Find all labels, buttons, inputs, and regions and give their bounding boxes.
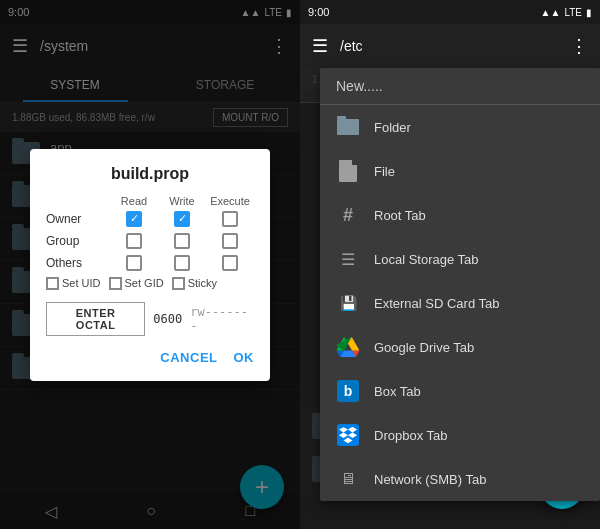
- set-sticky-check[interactable]: Sticky: [172, 277, 217, 290]
- menu-item-folder-label: Folder: [374, 120, 411, 135]
- menu-item-local-storage-tab[interactable]: ☰ Local Storage Tab: [320, 237, 600, 281]
- set-uid-check[interactable]: Set UID: [46, 277, 101, 290]
- permissions-dialog: build.prop Read Write Execute Owner ✓ ✓: [30, 149, 270, 381]
- menu-item-local-storage-label: Local Storage Tab: [374, 252, 479, 267]
- owner-write-checkbox[interactable]: ✓: [158, 211, 206, 227]
- menu-item-box-label: Box Tab: [374, 384, 421, 399]
- dialog-title: build.prop: [46, 165, 254, 183]
- octal-desc: rw-------: [190, 305, 254, 333]
- group-write-check[interactable]: [174, 233, 190, 249]
- octal-row: ENTER OCTAL 0600 rw-------: [46, 302, 254, 336]
- right-status-bar: 9:00 ▲▲ LTE ▮: [300, 0, 600, 24]
- menu-header: New.....: [320, 68, 600, 105]
- group-execute-check[interactable]: [222, 233, 238, 249]
- menu-item-file[interactable]: File: [320, 149, 600, 193]
- hash-menu-icon: #: [336, 203, 360, 227]
- menu-item-dropbox-tab[interactable]: Dropbox Tab: [320, 413, 600, 457]
- menu-item-google-drive-tab[interactable]: Google Drive Tab: [320, 325, 600, 369]
- others-read-checkbox[interactable]: [110, 255, 158, 271]
- right-status-icons: ▲▲ LTE ▮: [541, 7, 592, 18]
- octal-value: 0600: [153, 312, 182, 326]
- group-read-checkbox[interactable]: [110, 233, 158, 249]
- menu-item-root-label: Root Tab: [374, 208, 426, 223]
- right-toolbar-title: /etc: [340, 38, 558, 54]
- folder-menu-icon: [336, 115, 360, 139]
- right-overflow-icon[interactable]: ⋮: [570, 35, 588, 57]
- menu-item-dropbox-label: Dropbox Tab: [374, 428, 447, 443]
- menu-item-google-drive-label: Google Drive Tab: [374, 340, 474, 355]
- sticky-checkbox[interactable]: [172, 277, 185, 290]
- menu-item-network-label: Network (SMB) Tab: [374, 472, 486, 487]
- right-time: 9:00: [308, 6, 329, 18]
- perm-headers: Read Write Execute: [46, 195, 254, 207]
- others-perm-row: Others: [46, 255, 254, 271]
- menu-item-external-sd-tab[interactable]: 💾 External SD Card Tab: [320, 281, 600, 325]
- group-read-check[interactable]: [126, 233, 142, 249]
- menu-item-folder[interactable]: Folder: [320, 105, 600, 149]
- menu-item-file-label: File: [374, 164, 395, 179]
- gid-checkbox[interactable]: [109, 277, 122, 290]
- right-signal-icon: ▲▲: [541, 7, 561, 18]
- dialog-actions: CANCEL OK: [46, 350, 254, 365]
- others-execute-check[interactable]: [222, 255, 238, 271]
- owner-read-checkbox[interactable]: ✓: [110, 211, 158, 227]
- group-label: Group: [46, 234, 110, 248]
- uid-gid-sticky-row: Set UID Set GID Sticky: [46, 277, 254, 290]
- owner-perm-row: Owner ✓ ✓: [46, 211, 254, 227]
- owner-label: Owner: [46, 212, 110, 226]
- group-execute-checkbox[interactable]: [206, 233, 254, 249]
- cancel-button[interactable]: CANCEL: [160, 350, 217, 365]
- menu-item-network-tab[interactable]: 🖥 Network (SMB) Tab: [320, 457, 600, 501]
- context-menu: New..... Folder File # Root Tab ☰: [320, 68, 600, 501]
- right-battery-icon: ▮: [586, 7, 592, 18]
- others-read-check[interactable]: [126, 255, 142, 271]
- execute-header: Execute: [206, 195, 254, 207]
- gdrive-menu-icon: [336, 335, 360, 359]
- others-write-checkbox[interactable]: [158, 255, 206, 271]
- read-header: Read: [110, 195, 158, 207]
- right-lte-label: LTE: [564, 7, 582, 18]
- group-write-checkbox[interactable]: [158, 233, 206, 249]
- box-menu-icon: b: [336, 379, 360, 403]
- left-panel: 9:00 ▲▲ LTE ▮ ☰ /system ⋮ SYSTEM STORAGE…: [0, 0, 300, 529]
- uid-checkbox[interactable]: [46, 277, 59, 290]
- owner-write-check[interactable]: ✓: [174, 211, 190, 227]
- set-gid-check[interactable]: Set GID: [109, 277, 164, 290]
- owner-execute-checkbox[interactable]: [206, 211, 254, 227]
- write-header: Write: [158, 195, 206, 207]
- file-menu-icon: [336, 159, 360, 183]
- menu-item-root-tab[interactable]: # Root Tab: [320, 193, 600, 237]
- local-storage-menu-icon: ☰: [336, 247, 360, 271]
- menu-item-external-sd-label: External SD Card Tab: [374, 296, 500, 311]
- dialog-overlay: build.prop Read Write Execute Owner ✓ ✓: [0, 0, 300, 529]
- right-hamburger-icon[interactable]: ☰: [312, 35, 328, 57]
- owner-read-check[interactable]: ✓: [126, 211, 142, 227]
- network-menu-icon: 🖥: [336, 467, 360, 491]
- right-toolbar: ☰ /etc ⋮: [300, 24, 600, 68]
- group-perm-row: Group: [46, 233, 254, 249]
- others-label: Others: [46, 256, 110, 270]
- owner-execute-check[interactable]: [222, 211, 238, 227]
- ok-button[interactable]: OK: [234, 350, 255, 365]
- others-write-check[interactable]: [174, 255, 190, 271]
- menu-item-box-tab[interactable]: b Box Tab: [320, 369, 600, 413]
- right-panel: 9:00 ▲▲ LTE ▮ ☰ /etc ⋮ ETC STORAGE 1.88 …: [300, 0, 600, 529]
- others-execute-checkbox[interactable]: [206, 255, 254, 271]
- enter-octal-button[interactable]: ENTER OCTAL: [46, 302, 145, 336]
- dropbox-menu-icon: [336, 423, 360, 447]
- sd-menu-icon: 💾: [336, 291, 360, 315]
